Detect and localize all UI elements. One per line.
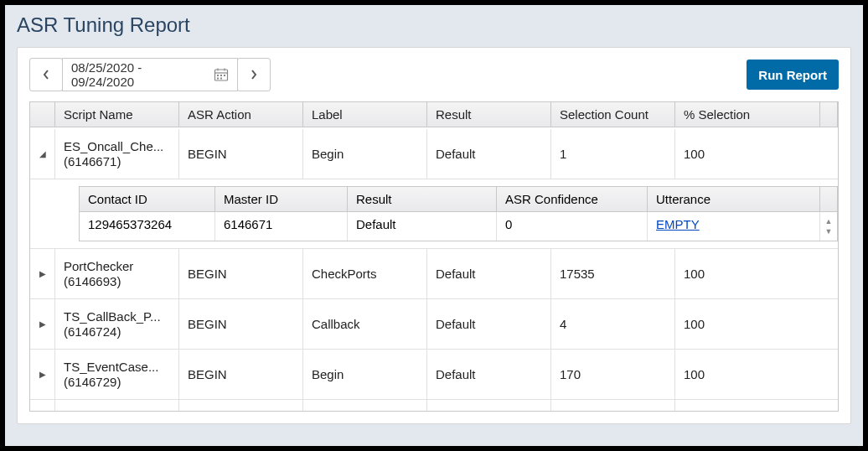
cell-label: Begin (303, 129, 427, 179)
svg-rect-8 (220, 78, 222, 80)
script-name: TS_EventCase... (64, 360, 158, 375)
cell-pct (675, 400, 838, 411)
report-panel: 08/25/2020 - 09/24/2020 (17, 47, 851, 424)
cell-pct: 100 (675, 350, 838, 399)
cell-selection-count: 1 (551, 129, 675, 179)
chevron-right-icon (250, 69, 258, 80)
svg-rect-5 (220, 75, 222, 76)
prev-button[interactable] (29, 58, 63, 91)
cell-asr: BEGIN (179, 350, 303, 399)
svg-rect-7 (217, 78, 219, 80)
cell-result (427, 400, 551, 411)
grid-body[interactable]: ◢ ES_Oncall_Che... (6146671) BEGIN Begin… (30, 129, 838, 411)
cell-pct: 100 (675, 299, 838, 349)
script-name: TS_CallBack_P... (64, 309, 161, 324)
script-id: (6146724) (64, 324, 161, 340)
script-name: ES_Oncall_Che... (64, 139, 163, 154)
date-range-picker[interactable]: 08/25/2020 - 09/24/2020 (62, 58, 238, 91)
cell-pct: 100 (675, 249, 838, 298)
subheader-utterance[interactable]: Utterance (648, 187, 820, 211)
header-result[interactable]: Result (427, 102, 551, 127)
subheader-contact-id[interactable]: Contact ID (80, 187, 215, 211)
cell-sub-result: Default (348, 212, 497, 241)
utterance-link[interactable]: EMPTY (656, 217, 700, 231)
cell-selection-count: 170 (551, 350, 675, 399)
calendar-icon (214, 67, 229, 82)
table-row[interactable]: ▶ TS_EventCase... (6146729) BEGIN Begin … (30, 350, 838, 400)
triangle-down-icon: ▼ (825, 227, 833, 236)
cell-result: Default (427, 350, 551, 399)
spinner-control[interactable]: ▲ ▼ (820, 212, 837, 241)
cell-result: Default (427, 249, 551, 298)
expand-toggle[interactable]: ▶ (30, 400, 55, 411)
cell-label: Begin (303, 350, 427, 399)
expand-toggle[interactable]: ▶ (30, 249, 55, 298)
triangle-right-icon: ▶ (39, 370, 46, 379)
cell-selection-count: 17535 (551, 249, 675, 298)
svg-rect-6 (224, 75, 225, 76)
cell-label (303, 400, 427, 411)
cell-asr: BEGIN (179, 249, 303, 298)
subgrid-row[interactable]: 129465373264 6146671 Default 0 EMPTY ▲ ▼ (80, 212, 837, 241)
header-script-name[interactable]: Script Name (55, 102, 179, 127)
triangle-down-icon: ◢ (39, 149, 46, 158)
cell-asr (179, 400, 303, 411)
subheader-master-id[interactable]: Master ID (215, 187, 348, 211)
report-grid: Script Name ASR Action Label Result Sele… (29, 101, 839, 412)
date-range-text: 08/25/2020 - 09/24/2020 (71, 60, 205, 89)
cell-pct: 100 (675, 129, 838, 179)
table-row[interactable]: ▶ TS_CallBack_P... (6146724) BEGIN Callb… (30, 299, 838, 350)
cell-result: Default (427, 299, 551, 349)
collapse-toggle[interactable]: ◢ (30, 129, 55, 179)
cell-asr: BEGIN (179, 129, 303, 179)
cell-label: Callback (303, 299, 427, 349)
header-asr-action[interactable]: ASR Action (179, 102, 303, 127)
header-label[interactable]: Label (303, 102, 427, 127)
triangle-right-icon: ▶ (39, 319, 46, 329)
script-name: PortChecker (64, 259, 133, 274)
svg-rect-4 (217, 75, 219, 76)
subgrid-header: Contact ID Master ID Result ASR Confiden… (80, 187, 837, 212)
cell-selection-count: 4 (551, 299, 675, 349)
expand-toggle[interactable]: ▶ (30, 350, 55, 399)
script-id: (6146693) (64, 274, 133, 289)
expand-column-header (30, 102, 55, 127)
script-id: (6146671) (64, 154, 163, 169)
cell-label: CheckPorts (303, 249, 427, 298)
cell-master-id: 6146671 (215, 212, 348, 241)
next-button[interactable] (237, 58, 271, 91)
cell-selection-count (551, 400, 675, 411)
table-row[interactable]: ▶ PortChecker (6146693) BEGIN CheckPorts… (30, 249, 838, 299)
grid-header: Script Name ASR Action Label Result Sele… (30, 102, 838, 127)
header-pct-selection[interactable]: % Selection (675, 102, 820, 127)
expand-toggle[interactable]: ▶ (30, 299, 55, 349)
cell-contact-id: 129465373264 (80, 212, 215, 241)
subheader-result[interactable]: Result (348, 187, 497, 211)
table-row[interactable]: ▶ TS_ServicePac... (30, 400, 838, 411)
header-selection-count[interactable]: Selection Count (551, 102, 675, 127)
table-row[interactable]: ◢ ES_Oncall_Che... (6146671) BEGIN Begin… (30, 129, 838, 179)
subheader-asr-confidence[interactable]: ASR Confidence (497, 187, 648, 211)
subgrid: Contact ID Master ID Result ASR Confiden… (30, 179, 838, 249)
triangle-up-icon: ▲ (825, 217, 833, 226)
chevron-left-icon (42, 69, 50, 80)
script-id: (6146729) (64, 375, 158, 390)
cell-asr-confidence: 0 (497, 212, 648, 241)
page-title: ASR Tuning Report (5, 5, 863, 47)
cell-result: Default (427, 129, 551, 179)
toolbar: 08/25/2020 - 09/24/2020 (18, 48, 850, 101)
cell-asr: BEGIN (179, 299, 303, 349)
run-report-button[interactable]: Run Report (747, 60, 839, 90)
triangle-right-icon: ▶ (39, 269, 46, 278)
